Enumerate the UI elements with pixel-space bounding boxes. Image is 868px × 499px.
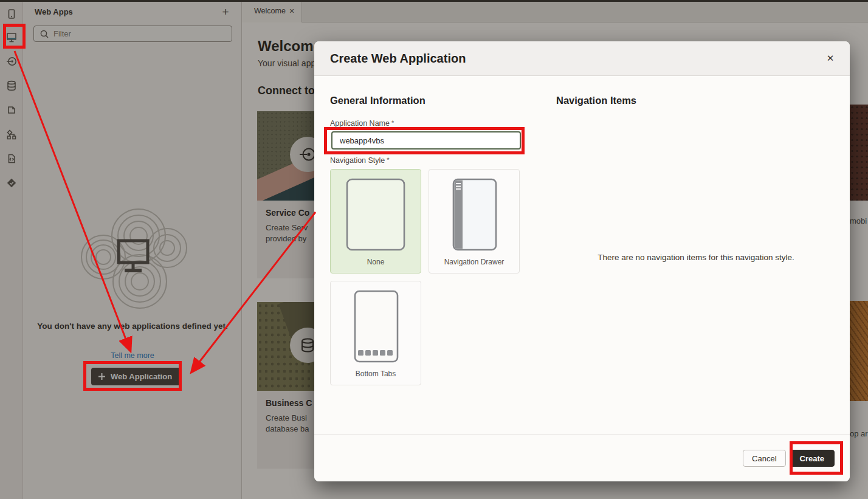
nav-style-option-none[interactable]: None bbox=[330, 169, 421, 274]
nav-style-navigation-drawer-label: Navigation Drawer bbox=[429, 258, 519, 266]
nav-style-none-label: None bbox=[331, 258, 421, 266]
create-button[interactable]: Create bbox=[790, 450, 835, 467]
vbs-app: Web Apps + You don't have any web applic… bbox=[0, 0, 868, 499]
application-name-label: Application Name* bbox=[330, 119, 394, 128]
navigation-items-empty-message: There are no navigation items for this n… bbox=[556, 253, 836, 262]
create-web-application-dialog: Create Web Application ✕ General Informa… bbox=[314, 41, 850, 481]
application-name-input[interactable] bbox=[331, 131, 521, 150]
navigation-drawer-preview-icon bbox=[448, 178, 500, 251]
bottom-tabs-preview-icon bbox=[350, 290, 402, 363]
none-style-preview-icon bbox=[346, 178, 405, 251]
required-asterisk: * bbox=[387, 156, 389, 163]
dialog-title: Create Web Application bbox=[330, 52, 466, 66]
navigation-style-label: Navigation Style* bbox=[330, 156, 390, 165]
nav-style-option-bottom-tabs[interactable]: Bottom Tabs bbox=[330, 281, 421, 385]
dialog-footer: Cancel Create bbox=[314, 435, 850, 481]
navigation-items-heading: Navigation Items bbox=[556, 95, 636, 106]
required-asterisk: * bbox=[391, 119, 394, 126]
close-icon[interactable]: ✕ bbox=[823, 51, 838, 66]
cancel-button[interactable]: Cancel bbox=[743, 450, 785, 467]
dialog-header: Create Web Application ✕ bbox=[314, 41, 850, 76]
nav-style-option-navigation-drawer[interactable]: Navigation Drawer bbox=[429, 169, 520, 274]
general-information-heading: General Information bbox=[330, 95, 425, 106]
nav-style-bottom-tabs-label: Bottom Tabs bbox=[331, 370, 421, 378]
